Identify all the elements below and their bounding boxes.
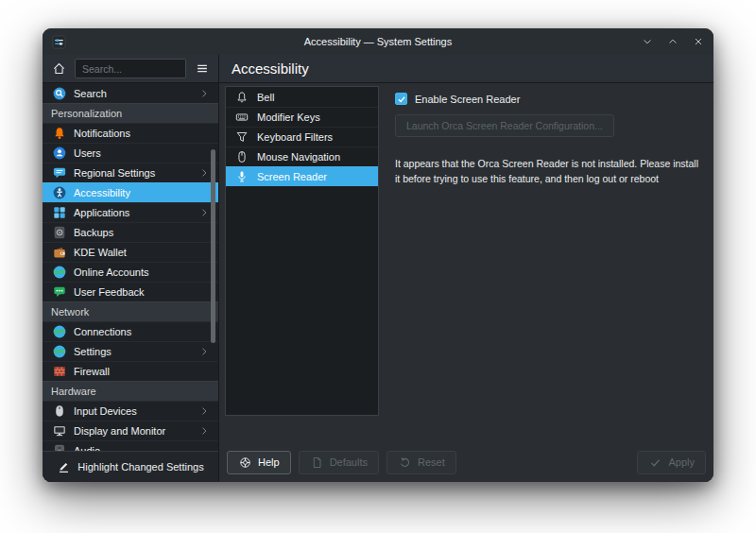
bell-outline-icon bbox=[234, 90, 249, 104]
sidebar-item-kde-wallet[interactable]: KDE Wallet bbox=[43, 242, 218, 262]
firewall-icon bbox=[52, 365, 66, 379]
module-item-label: Bell bbox=[257, 92, 274, 103]
sidebar-item-connections[interactable]: Connections bbox=[43, 321, 218, 341]
sidebar-item-label: Backups bbox=[74, 227, 113, 238]
enable-screen-reader-checkbox[interactable] bbox=[395, 93, 407, 105]
speaker-icon bbox=[52, 444, 66, 452]
sidebar-item-input-devices[interactable]: Input Devices bbox=[43, 401, 218, 421]
search-icon bbox=[52, 86, 66, 100]
sidebar-item-label: Connections bbox=[74, 326, 131, 337]
screen-reader-detail-pane: Enable Screen Reader Launch Orca Screen … bbox=[395, 93, 702, 187]
sidebar-item-regional-settings[interactable]: Regional Settings bbox=[43, 163, 218, 182]
sidebar-item-users[interactable]: Users bbox=[43, 143, 218, 163]
section-label: Hardware bbox=[51, 386, 96, 397]
chevron-right-icon bbox=[198, 207, 210, 218]
sidebar-item-accessibility[interactable]: Accessibility bbox=[43, 182, 218, 202]
reset-button[interactable]: Reset bbox=[387, 451, 456, 474]
home-button[interactable] bbox=[48, 59, 69, 79]
help-lifebuoy-icon bbox=[238, 456, 252, 470]
content-area: Bell Modifier Keys Keyboard Filters Mous… bbox=[219, 83, 713, 482]
feedback-bubble-icon bbox=[52, 285, 66, 300]
chevron-right-icon bbox=[198, 346, 210, 357]
pencil-icon bbox=[57, 460, 71, 474]
users-icon bbox=[52, 146, 66, 161]
defaults-button-label: Defaults bbox=[330, 456, 368, 468]
apply-button[interactable]: Apply bbox=[637, 451, 706, 474]
wallet-icon bbox=[52, 246, 66, 260]
monitor-icon bbox=[52, 424, 66, 438]
help-button-label: Help bbox=[258, 456, 280, 468]
close-button[interactable] bbox=[693, 36, 704, 47]
sidebar-item-label: Accessibility bbox=[74, 187, 130, 198]
regional-settings-icon bbox=[52, 166, 66, 181]
section-label: Personalization bbox=[51, 108, 122, 119]
reset-button-label: Reset bbox=[418, 456, 445, 468]
highlight-changed-settings-label: Highlight Changed Settings bbox=[77, 461, 203, 473]
section-label: Network bbox=[51, 306, 89, 318]
module-item-label: Keyboard Filters bbox=[257, 131, 333, 143]
orca-not-installed-message: It appears that the Orca Screen Reader i… bbox=[395, 157, 702, 187]
module-item-mouse-navigation[interactable]: Mouse Navigation bbox=[226, 146, 378, 166]
module-item-label: Modifier Keys bbox=[257, 112, 320, 123]
sidebar-item-display-and-monitor[interactable]: Display and Monitor bbox=[43, 421, 218, 440]
accessibility-module-list: Bell Modifier Keys Keyboard Filters Mous… bbox=[225, 86, 379, 416]
sidebar-item-label: Applications bbox=[74, 207, 129, 218]
filter-funnel-icon bbox=[234, 130, 249, 145]
sidebar-section-personalization: Personalization bbox=[43, 103, 218, 123]
highlight-changed-settings-button[interactable]: Highlight Changed Settings bbox=[43, 451, 218, 482]
system-settings-app-icon bbox=[52, 35, 66, 49]
sidebar-item-firewall[interactable]: Firewall bbox=[43, 361, 218, 381]
sidebar-item-network-settings[interactable]: Settings bbox=[43, 341, 218, 361]
mouse-device-icon bbox=[52, 404, 66, 419]
sidebar-item-online-accounts[interactable]: Online Accounts bbox=[43, 262, 218, 282]
sidebar-item-applications[interactable]: Applications bbox=[43, 202, 218, 222]
bottom-toolbar: Help Defaults Reset Apply bbox=[219, 448, 713, 482]
sidebar-item-search[interactable]: Search bbox=[43, 83, 218, 103]
sidebar-header bbox=[43, 55, 219, 82]
sidebar-item-label: User Feedback bbox=[74, 286, 145, 298]
module-item-screen-reader[interactable]: Screen Reader bbox=[226, 166, 378, 186]
notifications-bell-icon bbox=[52, 127, 66, 141]
chevron-right-icon bbox=[198, 405, 210, 417]
chevron-right-icon bbox=[198, 88, 210, 99]
sidebar-item-label: Users bbox=[74, 147, 101, 159]
sidebar-scrollbar[interactable] bbox=[211, 149, 215, 343]
module-item-modifier-keys[interactable]: Modifier Keys bbox=[226, 107, 378, 127]
sidebar-item-audio[interactable]: Audio bbox=[43, 440, 218, 451]
microphone-icon bbox=[234, 170, 249, 184]
apply-button-label: Apply bbox=[668, 456, 695, 468]
mouse-outline-icon bbox=[234, 150, 249, 164]
launch-orca-configuration-button[interactable]: Launch Orca Screen Reader Configuration.… bbox=[395, 114, 614, 137]
sidebar-item-label: Firewall bbox=[74, 366, 110, 377]
maximize-button[interactable] bbox=[667, 36, 679, 47]
defaults-button[interactable]: Defaults bbox=[299, 451, 379, 474]
enable-screen-reader-label: Enable Screen Reader bbox=[415, 94, 520, 105]
chevron-right-icon bbox=[198, 425, 210, 437]
sidebar-item-label: Regional Settings bbox=[74, 167, 155, 179]
page-title: Accessibility bbox=[219, 55, 713, 82]
globe-icon bbox=[52, 325, 66, 339]
header-strip: Accessibility bbox=[43, 55, 713, 83]
undo-arrow-icon bbox=[398, 456, 412, 470]
sidebar-item-label: Settings bbox=[74, 346, 112, 357]
module-item-bell[interactable]: Bell bbox=[226, 87, 378, 107]
sidebar-item-label: Audio bbox=[74, 445, 100, 451]
module-item-label: Screen Reader bbox=[257, 171, 327, 182]
document-icon bbox=[310, 456, 324, 470]
sidebar-section-network: Network bbox=[43, 301, 218, 321]
module-item-keyboard-filters[interactable]: Keyboard Filters bbox=[226, 127, 378, 146]
sidebar-item-backups[interactable]: Backups bbox=[43, 222, 218, 242]
search-input[interactable] bbox=[75, 59, 186, 78]
minimize-button[interactable] bbox=[642, 36, 653, 47]
checkmark-icon bbox=[648, 456, 662, 470]
sidebar-item-user-feedback[interactable]: User Feedback bbox=[43, 282, 218, 301]
sidebar-section-hardware: Hardware bbox=[43, 381, 218, 401]
sidebar-item-notifications[interactable]: Notifications bbox=[43, 123, 218, 143]
sidebar-item-label: Online Accounts bbox=[74, 266, 149, 278]
hamburger-menu-button[interactable] bbox=[192, 59, 213, 79]
backups-icon bbox=[52, 226, 66, 240]
keyboard-icon bbox=[234, 111, 249, 125]
help-button[interactable]: Help bbox=[227, 451, 291, 474]
accessibility-icon bbox=[52, 186, 66, 200]
sidebar-item-label: Search bbox=[74, 88, 107, 99]
